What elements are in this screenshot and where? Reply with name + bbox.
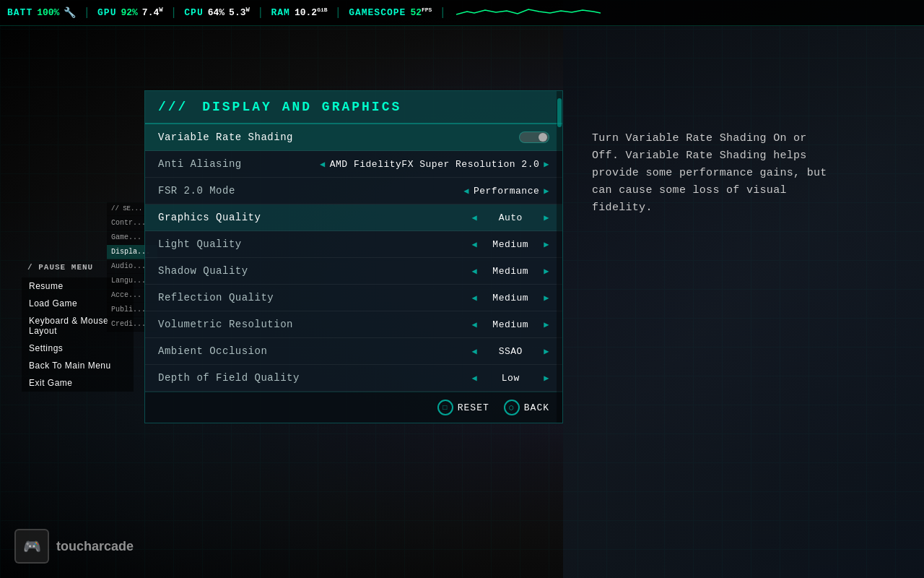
dof-arrow-left[interactable]: ◀	[472, 373, 478, 384]
aa-label: Anti Aliasing	[158, 158, 320, 170]
batt-value: 100%	[37, 7, 59, 18]
row-graphics-quality[interactable]: Graphics Quality ◀ Auto ▶	[145, 204, 562, 231]
gpu-pct: 92%	[121, 7, 137, 18]
cpu-label: CPU	[184, 7, 203, 18]
toucharcade-icon: 🎮	[14, 529, 49, 564]
sq-label: Shadow Quality	[158, 265, 472, 277]
panel-title-text: DISPLAY AND GRAPHICS	[202, 100, 401, 114]
ram-value: 10.2GiB	[295, 7, 328, 18]
row-anti-aliasing[interactable]: Anti Aliasing ◀ AMD FidelityFX Super Res…	[145, 151, 562, 178]
vrs-label: Variable Rate Shading	[158, 131, 519, 143]
rq-arrow-left[interactable]: ◀	[472, 293, 478, 303]
gamescope-graph	[456, 6, 917, 20]
wrench-icon: 🔧	[64, 7, 76, 19]
reset-button[interactable]: □ RESET	[437, 400, 489, 415]
dof-label: Depth of Field Quality	[158, 372, 472, 384]
description-panel: Turn Variable Rate Shading On or Off. Va…	[592, 130, 837, 217]
aa-value: ◀ AMD FidelityFX Super Resolution 2.0 ▶	[320, 159, 549, 170]
row-light-quality[interactable]: Light Quality ◀ Medium ▶	[145, 231, 562, 258]
vr-val-text: Medium	[481, 319, 539, 330]
aa-arrow-right[interactable]: ▶	[544, 159, 549, 170]
gamescope-fps: 52FPS	[410, 7, 432, 18]
description-text: Turn Variable Rate Shading On or Off. Va…	[592, 130, 837, 217]
gpu-watts: 7.4W	[142, 7, 163, 18]
sq-arrow-left[interactable]: ◀	[472, 266, 478, 277]
vrs-toggle[interactable]	[519, 131, 549, 143]
vr-value: ◀ Medium ▶	[472, 319, 549, 330]
vr-arrow-left[interactable]: ◀	[472, 319, 478, 330]
gq-val-text: Auto	[481, 212, 539, 223]
panel-footer: □ RESET ◯ BACK	[145, 392, 562, 423]
batt-label: BATT	[7, 7, 32, 18]
dof-arrow-right[interactable]: ▶	[544, 373, 549, 384]
back-icon: ◯	[504, 400, 520, 415]
scroll-thumb[interactable]	[557, 98, 562, 127]
dof-value: ◀ Low ▶	[472, 373, 549, 384]
rq-value: ◀ Medium ▶	[472, 293, 549, 303]
gq-value: ◀ Auto ▶	[472, 212, 549, 223]
fsr-val-text: Performance	[474, 186, 539, 197]
exit-game-button[interactable]: Exit Game	[22, 374, 134, 392]
rq-arrow-right[interactable]: ▶	[544, 293, 549, 303]
ao-val-text: SSAO	[481, 346, 539, 357]
gq-arrow-left[interactable]: ◀	[472, 212, 478, 223]
gpu-label: GPU	[97, 7, 116, 18]
sep3: |	[257, 7, 264, 20]
settings-panel: /// DISPLAY AND GRAPHICS Variable Rate S…	[144, 90, 563, 423]
ao-label: Ambient Occlusion	[158, 345, 472, 357]
gq-arrow-right[interactable]: ▶	[544, 212, 549, 223]
ta-icon-text: 🎮	[23, 538, 41, 556]
back-main-menu-button[interactable]: Back To Main Menu	[22, 357, 134, 374]
row-shadow-quality[interactable]: Shadow Quality ◀ Medium ▶	[145, 258, 562, 285]
panel-title-prefix: ///	[158, 100, 188, 114]
aa-arrow-left[interactable]: ◀	[320, 159, 326, 170]
row-fsr-mode[interactable]: FSR 2.0 Mode ◀ Performance ▶	[145, 178, 562, 204]
panel-scrollbar[interactable]	[557, 91, 562, 423]
rq-val-text: Medium	[481, 293, 539, 303]
aa-val-text: AMD FidelityFX Super Resolution 2.0	[330, 159, 540, 170]
settings-button[interactable]: Settings	[22, 340, 134, 357]
vrs-value	[519, 131, 549, 143]
row-reflection-quality[interactable]: Reflection Quality ◀ Medium ▶	[145, 285, 562, 311]
sq-arrow-right[interactable]: ▶	[544, 266, 549, 277]
reset-icon: □	[437, 400, 453, 415]
vr-arrow-right[interactable]: ▶	[544, 319, 549, 330]
row-ambient-occlusion[interactable]: Ambient Occlusion ◀ SSAO ▶	[145, 338, 562, 365]
row-variable-rate-shading[interactable]: Variable Rate Shading	[145, 124, 562, 151]
gq-label: Graphics Quality	[158, 212, 472, 223]
cpu-watts: 5.3W	[229, 7, 250, 18]
hud-bar: BATT 100% 🔧 | GPU 92% 7.4W | CPU 64% 5.3…	[0, 0, 924, 26]
row-dof-quality[interactable]: Depth of Field Quality ◀ Low ▶	[145, 365, 562, 392]
toucharcade-branding: 🎮 toucharcade	[14, 529, 134, 564]
vr-label: Volumetric Resolution	[158, 319, 472, 330]
fsr-arrow-right[interactable]: ▶	[544, 186, 549, 197]
sep5: |	[439, 7, 446, 20]
lq-arrow-left[interactable]: ◀	[472, 239, 478, 250]
lq-val-text: Medium	[481, 239, 539, 250]
ram-label: RAM	[271, 7, 290, 18]
gamescope-label: GAMESCOPE	[349, 7, 406, 18]
sep1: |	[83, 7, 90, 20]
ao-arrow-left[interactable]: ◀	[472, 346, 478, 357]
back-label: BACK	[524, 402, 549, 413]
sq-val-text: Medium	[481, 266, 539, 277]
ao-arrow-right[interactable]: ▶	[544, 346, 549, 357]
cpu-pct: 64%	[208, 7, 225, 18]
fsr-value: ◀ Performance ▶	[463, 186, 549, 197]
ao-value: ◀ SSAO ▶	[472, 346, 549, 357]
reset-label: RESET	[458, 402, 489, 413]
panel-title: /// DISPLAY AND GRAPHICS	[145, 91, 562, 124]
sep4: |	[335, 7, 342, 20]
fsr-label: FSR 2.0 Mode	[158, 185, 463, 197]
fsr-arrow-left[interactable]: ◀	[463, 186, 469, 197]
sq-value: ◀ Medium ▶	[472, 266, 549, 277]
lq-label: Light Quality	[158, 238, 472, 250]
rq-label: Reflection Quality	[158, 292, 472, 303]
row-volumetric-resolution[interactable]: Volumetric Resolution ◀ Medium ▶	[145, 311, 562, 338]
toucharcade-name: toucharcade	[56, 539, 134, 554]
back-button[interactable]: ◯ BACK	[504, 400, 549, 415]
sep2: |	[170, 7, 178, 20]
dof-val-text: Low	[481, 373, 539, 384]
lq-value: ◀ Medium ▶	[472, 239, 549, 250]
lq-arrow-right[interactable]: ▶	[544, 239, 549, 250]
